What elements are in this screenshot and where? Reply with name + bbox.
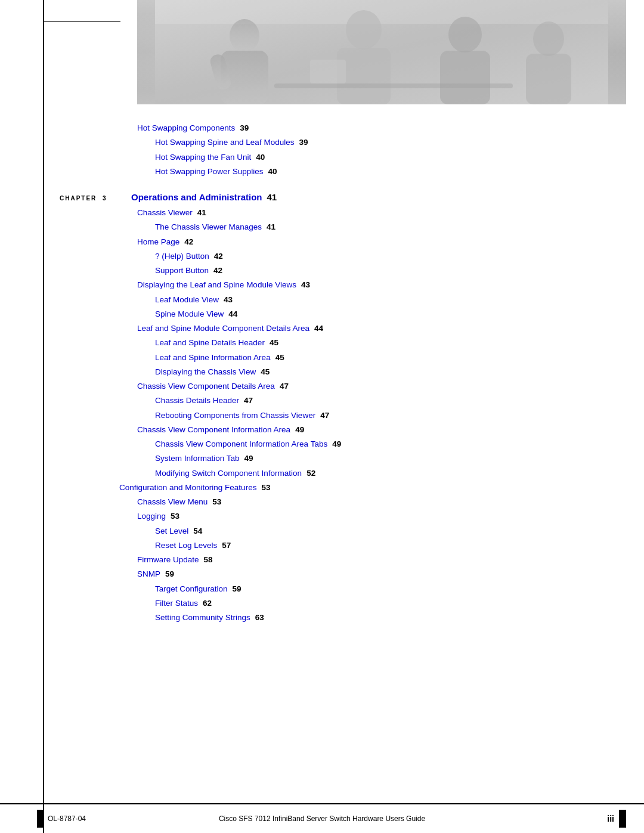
toc-item: Hot Swapping Components 39 (137, 122, 608, 134)
toc-link-displaying-leaf-spine[interactable]: Displaying the Leaf and Spine Module Vie… (137, 279, 296, 291)
footer-right-bar (619, 810, 626, 828)
toc-item: Hot Swapping Power Supplies 40 (155, 166, 608, 178)
toc-link-chassis-viewer[interactable]: Chassis Viewer (137, 207, 193, 219)
footer-right-text: iii (607, 814, 614, 823)
toc-link-community-strings[interactable]: Setting Community Strings (155, 612, 250, 624)
toc-link-hot-swapping-fan[interactable]: Hot Swapping the Fan Unit (155, 151, 251, 163)
toc-link-leaf-module-view[interactable]: Leaf Module View (155, 294, 219, 306)
toc-link-hot-swapping-components[interactable]: Hot Swapping Components (137, 122, 235, 134)
toc-link-chassis-view-info[interactable]: Chassis View Component Information Area (137, 424, 290, 436)
toc-item: ? (Help) Button 42 (155, 250, 608, 262)
toc-page: 42 (214, 250, 223, 262)
toc-item: Chassis Details Header 47 (155, 395, 608, 407)
toc-link-reset-log[interactable]: Reset Log Levels (155, 540, 217, 552)
chapter-title-link[interactable]: Operations and Administration (131, 192, 262, 202)
toc-item: Spine Module View 44 (155, 308, 608, 320)
header-image-inner (137, 0, 626, 104)
toc-link-chassis-details-header[interactable]: Chassis Details Header (155, 395, 239, 407)
toc-page: 41 (267, 221, 275, 233)
toc-page: 40 (256, 151, 265, 163)
toc-item: Chassis Viewer 41 (137, 207, 608, 219)
toc-link-support-button[interactable]: Support Button (155, 265, 209, 277)
toc-item: Chassis View Component Information Area … (137, 424, 608, 436)
toc-page: 62 (203, 597, 212, 609)
toc-page: 58 (204, 554, 213, 566)
toc-page: 44 (314, 323, 323, 335)
footer-left-bar (37, 810, 44, 828)
toc-link-rebooting-components[interactable]: Rebooting Components from Chassis Viewer (155, 410, 315, 422)
toc-link-logging[interactable]: Logging (137, 510, 166, 522)
toc-link-system-info-tab[interactable]: System Information Tab (155, 453, 240, 465)
toc-item: Leaf and Spine Module Component Details … (137, 323, 608, 335)
toc-page: 44 (228, 308, 237, 320)
header-image (137, 0, 626, 104)
toc-item: Setting Community Strings 63 (155, 612, 608, 624)
toc-page: 53 (212, 496, 221, 508)
toc-item: Filter Status 62 (155, 597, 608, 609)
toc-link-spine-module-view[interactable]: Spine Module View (155, 308, 224, 320)
toc-item: Home Page 42 (137, 236, 608, 248)
toc-page: 45 (275, 352, 284, 364)
toc-item: Set Level 54 (155, 525, 608, 537)
chapter-heading: CHAPTER 3 Operations and Administration … (60, 192, 608, 202)
footer-center-text: Cisco SFS 7012 InfiniBand Server Switch … (0, 815, 644, 823)
toc-link-snmp[interactable]: SNMP (137, 568, 160, 580)
toc-page: 43 (301, 279, 310, 291)
toc-page: 39 (299, 137, 308, 148)
toc-item: Support Button 42 (155, 265, 608, 277)
toc-item: Leaf and Spine Information Area 45 (155, 352, 608, 364)
toc-link-hot-swapping-spine[interactable]: Hot Swapping Spine and Leaf Modules (155, 137, 294, 148)
toc-page: 40 (268, 166, 277, 178)
toc-item: Chassis View Component Information Area … (155, 438, 608, 450)
toc-link-help-button[interactable]: ? (Help) Button (155, 250, 209, 262)
toc-link-leaf-spine-component[interactable]: Leaf and Spine Module Component Details … (137, 323, 309, 335)
page: Hot Swapping Components 39 Hot Swapping … (0, 0, 644, 833)
footer: OL-8787-04 Cisco SFS 7012 InfiniBand Ser… (0, 803, 644, 833)
toc-page: 53 (171, 510, 179, 522)
toc-page: 53 (261, 482, 270, 494)
toc-link-chassis-view-info-tabs[interactable]: Chassis View Component Information Area … (155, 438, 327, 450)
toc-item: Leaf Module View 43 (155, 294, 608, 306)
left-border (43, 0, 44, 833)
toc-content: Hot Swapping Components 39 Hot Swapping … (137, 122, 608, 662)
svg-rect-13 (155, 0, 608, 104)
toc-link-firmware[interactable]: Firmware Update (137, 554, 199, 566)
toc-link-home-page[interactable]: Home Page (137, 236, 179, 248)
toc-page: 49 (244, 453, 253, 465)
chapter-title-page: 41 (267, 192, 277, 202)
toc-item: Modifying Switch Component Information 5… (155, 467, 608, 479)
toc-link-config-monitoring[interactable]: Configuration and Monitoring Features (119, 482, 256, 494)
toc-link-chassis-view-menu[interactable]: Chassis View Menu (137, 496, 208, 508)
toc-item: Leaf and Spine Details Header 45 (155, 337, 608, 349)
toc-item: Chassis View Menu 53 (137, 496, 608, 508)
toc-page: 57 (222, 540, 231, 552)
toc-link-filter-status[interactable]: Filter Status (155, 597, 198, 609)
toc-item: SNMP 59 (137, 568, 608, 580)
toc-page: 43 (224, 294, 233, 306)
toc-link-chassis-view-component[interactable]: Chassis View Component Details Area (137, 380, 275, 392)
toc-link-target-config[interactable]: Target Configuration (155, 583, 228, 595)
toc-item: Logging 53 (137, 510, 608, 522)
toc-link-set-level[interactable]: Set Level (155, 525, 188, 537)
toc-page: 49 (332, 438, 341, 450)
toc-item: The Chassis Viewer Manages 41 (155, 221, 608, 233)
header-svg (137, 0, 626, 104)
toc-link-leaf-spine-info[interactable]: Leaf and Spine Information Area (155, 352, 271, 364)
toc-page: 52 (306, 467, 315, 479)
toc-page: 63 (255, 612, 264, 624)
toc-link-leaf-spine-header[interactable]: Leaf and Spine Details Header (155, 337, 265, 349)
toc-page: 45 (270, 337, 278, 349)
toc-item: Chassis View Component Details Area 47 (137, 380, 608, 392)
toc-item: Firmware Update 58 (137, 554, 608, 566)
toc-link-displaying-chassis-view[interactable]: Displaying the Chassis View (155, 366, 256, 378)
toc-page: 59 (165, 568, 174, 580)
toc-page: 47 (320, 410, 329, 422)
toc-page: 39 (240, 122, 249, 134)
toc-page: 42 (213, 265, 222, 277)
toc-page: 49 (295, 424, 304, 436)
toc-item: System Information Tab 49 (155, 453, 608, 465)
toc-link-chassis-viewer-manages[interactable]: The Chassis Viewer Manages (155, 221, 262, 233)
toc-link-modifying-switch[interactable]: Modifying Switch Component Information (155, 467, 302, 479)
toc-item: Displaying the Chassis View 45 (155, 366, 608, 378)
toc-link-hot-swapping-power[interactable]: Hot Swapping Power Supplies (155, 166, 264, 178)
